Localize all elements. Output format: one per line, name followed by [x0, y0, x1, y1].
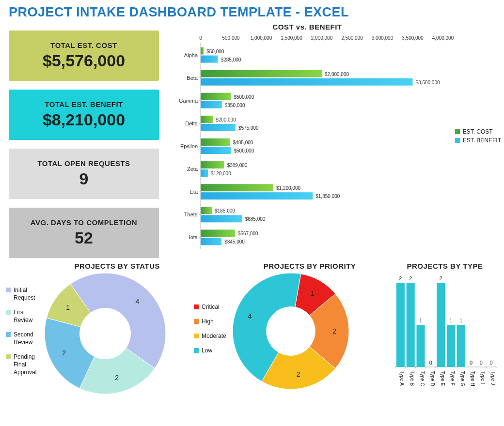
svg-text:2: 2	[297, 370, 300, 378]
svg-text:2,000,000: 2,000,000	[311, 35, 333, 41]
svg-text:1: 1	[311, 289, 315, 297]
svg-text:Type C: Type C	[420, 371, 425, 386]
svg-text:0: 0	[490, 360, 493, 365]
svg-text:Eta: Eta	[189, 189, 198, 195]
svg-text:2: 2	[115, 374, 119, 381]
legend-item: Initial Request	[6, 286, 45, 302]
legend-item: EST. COST	[463, 127, 493, 136]
svg-rect-32	[201, 124, 236, 131]
svg-rect-96	[457, 325, 465, 367]
svg-text:$485,000: $485,000	[233, 140, 253, 145]
svg-text:1: 1	[419, 318, 422, 323]
kpi-avg-days: AVG. DAYS TO COMPLETION 52	[9, 208, 159, 258]
svg-rect-42	[201, 161, 224, 168]
svg-text:$185,000: $185,000	[215, 208, 235, 213]
svg-text:Delta: Delta	[185, 121, 198, 126]
svg-text:3,500,000: 3,500,000	[402, 35, 424, 41]
kpi-value: $8,210,000	[43, 110, 125, 129]
svg-text:Type H: Type H	[470, 371, 475, 386]
status-legend: Initial RequestFirst ReviewSecond Review…	[6, 286, 45, 383]
kpi-value: 9	[79, 169, 89, 188]
legend-item: EST. BENEFIT	[463, 136, 501, 145]
svg-text:Zeta: Zeta	[187, 166, 198, 172]
svg-text:$3,500,000: $3,500,000	[416, 80, 440, 85]
svg-text:4: 4	[248, 312, 252, 320]
top-row: TOTAL EST. COST $5,576,000 TOTAL EST. BE…	[0, 23, 504, 258]
svg-rect-20	[201, 78, 413, 86]
legend-item: First Review	[6, 308, 45, 324]
svg-text:Type I: Type I	[480, 371, 486, 384]
svg-text:$1,850,000: $1,850,000	[315, 194, 340, 199]
page-title: PROJECT INTAKE DASHBOARD TEMPLATE - EXCE…	[0, 0, 504, 23]
chart-title: COST vs. BENEFIT	[113, 23, 501, 31]
svg-rect-36	[201, 138, 230, 146]
svg-text:1: 1	[449, 318, 452, 323]
svg-text:2,500,000: 2,500,000	[341, 35, 363, 41]
svg-text:Beta: Beta	[187, 75, 198, 81]
svg-text:1: 1	[66, 304, 70, 311]
svg-text:Type A: Type A	[399, 371, 405, 386]
kpi-total-cost: TOTAL EST. COST $5,576,000	[9, 30, 159, 81]
kpi-cards: TOTAL EST. COST $5,576,000 TOTAL EST. BE…	[9, 23, 159, 258]
svg-text:4: 4	[135, 298, 139, 305]
svg-text:Type E: Type E	[440, 371, 445, 386]
legend-item: Pending Final Approval	[6, 353, 45, 376]
legend-item: Second Review	[6, 331, 45, 346]
svg-text:0: 0	[429, 360, 432, 365]
svg-text:4,000,000: 4,000,000	[432, 35, 454, 41]
priority-legend: CriticalHighModerateLow	[194, 303, 233, 361]
svg-text:Type D: Type D	[430, 371, 435, 386]
svg-rect-44	[201, 169, 208, 177]
svg-rect-26	[201, 101, 222, 108]
svg-text:2: 2	[332, 327, 336, 335]
svg-text:Theta: Theta	[184, 212, 198, 217]
svg-rect-48	[201, 184, 273, 191]
kpi-open-requests: TOTAL OPEN REQUESTS 9	[9, 149, 159, 199]
svg-rect-24	[201, 93, 231, 100]
svg-text:$120,000: $120,000	[211, 171, 231, 176]
svg-text:Type F: Type F	[450, 371, 455, 386]
svg-text:Gamma: Gamma	[179, 98, 198, 104]
svg-text:$2,000,000: $2,000,000	[325, 72, 349, 77]
svg-text:$500,000: $500,000	[234, 148, 254, 153]
svg-text:2: 2	[399, 275, 402, 281]
svg-rect-54	[201, 207, 212, 214]
svg-text:1: 1	[459, 318, 462, 323]
svg-text:Iota: Iota	[189, 234, 198, 240]
bottom-row: PROJECTS BY STATUS Initial RequestFirst …	[0, 258, 504, 396]
cost-vs-benefit-legend: EST. COST EST. BENEFIT	[455, 127, 501, 145]
svg-text:1,500,000: 1,500,000	[281, 35, 302, 41]
svg-rect-14	[201, 56, 218, 63]
kpi-label: AVG. DAYS TO COMPLETION	[31, 218, 137, 227]
svg-text:$350,000: $350,000	[225, 103, 245, 108]
svg-rect-77	[407, 283, 415, 367]
svg-rect-38	[201, 147, 231, 154]
svg-text:500,000: 500,000	[222, 35, 240, 41]
type-bar-chart: 2Type A2Type B1Type C0Type D2Type E1Type…	[392, 273, 498, 394]
svg-text:Type B: Type B	[410, 371, 415, 386]
svg-text:$567,000: $567,000	[238, 231, 258, 236]
svg-text:Alpha: Alpha	[184, 52, 198, 58]
svg-rect-92	[447, 325, 455, 367]
chart-title: PROJECTS BY STATUS	[6, 262, 189, 270]
svg-text:0: 0	[199, 35, 202, 41]
kpi-label: TOTAL OPEN REQUESTS	[37, 159, 130, 167]
projects-by-status-panel: PROJECTS BY STATUS Initial RequestFirst …	[6, 262, 189, 396]
svg-text:$345,000: $345,000	[224, 239, 245, 244]
chart-title: PROJECTS BY TYPE	[392, 262, 498, 270]
kpi-label: TOTAL EST. BENEFIT	[45, 100, 123, 108]
svg-rect-60	[201, 229, 235, 237]
svg-text:2: 2	[409, 275, 412, 281]
svg-rect-62	[201, 238, 221, 245]
svg-text:2: 2	[62, 349, 66, 357]
chart-title: PROJECTS BY PRIORITY	[194, 262, 387, 270]
svg-rect-88	[437, 283, 445, 367]
svg-text:3,000,000: 3,000,000	[372, 35, 394, 41]
svg-text:$1,200,000: $1,200,000	[276, 185, 300, 191]
svg-text:Type G: Type G	[460, 371, 465, 386]
svg-rect-18	[201, 70, 322, 77]
kpi-value: $5,576,000	[43, 51, 125, 70]
svg-rect-50	[201, 192, 313, 199]
svg-text:$685,000: $685,000	[245, 216, 266, 222]
svg-rect-30	[201, 116, 213, 123]
